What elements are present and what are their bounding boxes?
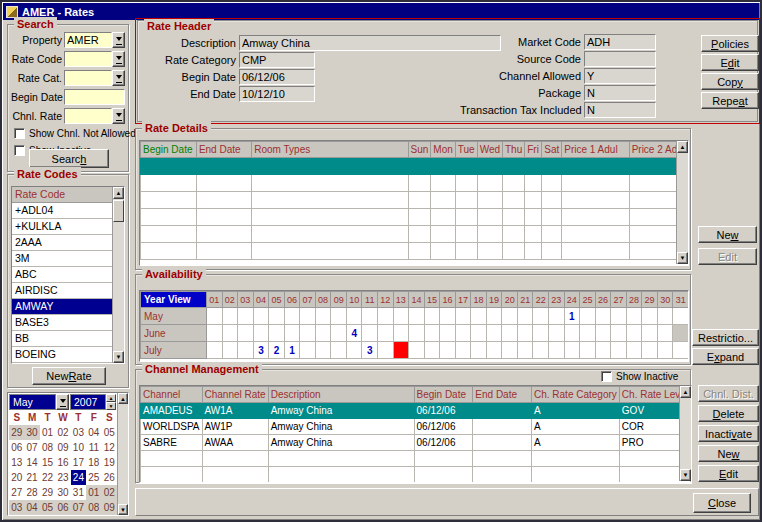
rate-details-cell[interactable] [141, 175, 197, 192]
calendar-day[interactable]: 30 [24, 425, 39, 440]
calendar-day[interactable]: 31 [71, 485, 86, 500]
calendar-day[interactable]: 20 [9, 470, 24, 485]
scroll-down-icon[interactable]: ▼ [113, 351, 124, 363]
availability-cell[interactable]: 2 [269, 342, 285, 359]
availability-cell[interactable] [626, 325, 642, 342]
availability-cell[interactable] [471, 325, 487, 342]
calendar-day[interactable]: 12 [102, 440, 117, 455]
availability-cell[interactable] [549, 342, 565, 359]
availability-day-header[interactable]: 22 [533, 292, 549, 308]
header-begin-date-field[interactable] [239, 69, 315, 85]
rate-details-cell[interactable] [542, 192, 562, 209]
channel-cell[interactable]: WORLDSPA [141, 419, 203, 435]
availability-cell[interactable] [424, 308, 440, 325]
availability-cell[interactable] [300, 342, 316, 359]
rate-details-cell[interactable] [141, 209, 197, 226]
availability-cell[interactable]: 3 [362, 342, 378, 359]
year-view-button[interactable]: Year View [141, 292, 207, 308]
availability-cell[interactable] [657, 308, 673, 325]
availability-cell[interactable] [564, 342, 580, 359]
rate-details-cell[interactable] [431, 243, 455, 260]
availability-day-header[interactable]: 24 [564, 292, 580, 308]
rate-details-cell[interactable] [141, 158, 197, 175]
channel-cell[interactable]: A [531, 403, 619, 419]
channel-column-header[interactable]: Ch. Rate Category [531, 387, 619, 403]
rate-details-cell[interactable] [503, 158, 525, 175]
scroll-up-icon[interactable]: ▲ [118, 393, 128, 404]
rate-details-cell[interactable] [477, 158, 502, 175]
channel-cell[interactable]: AMADEUS [141, 403, 203, 419]
rate-details-cell[interactable] [408, 158, 431, 175]
calendar-day[interactable]: 01 [40, 425, 55, 440]
spin-down-icon[interactable]: ▼ [106, 402, 116, 410]
rate-details-cell[interactable] [542, 158, 562, 175]
availability-cell[interactable] [222, 308, 238, 325]
rate-details-cell[interactable] [525, 226, 542, 243]
rate-details-cell[interactable] [455, 226, 477, 243]
delete-channel-button[interactable]: Delete [698, 405, 759, 422]
availability-day-header[interactable]: 29 [642, 292, 658, 308]
rate-details-cell[interactable] [408, 226, 431, 243]
rate-details-cell[interactable] [252, 226, 408, 243]
rate-details-cell[interactable] [408, 243, 431, 260]
availability-cell[interactable]: 4 [346, 325, 362, 342]
availability-cell[interactable] [378, 325, 394, 342]
rate-details-cell[interactable] [455, 243, 477, 260]
rate-cat-lov-button[interactable] [112, 70, 125, 86]
channel-cell[interactable]: AW1P [202, 419, 268, 435]
rate-details-cell[interactable] [252, 192, 408, 209]
calendar-day[interactable]: 03 [71, 425, 86, 440]
show-chnl-not-allowed-checkbox[interactable] [14, 128, 25, 139]
channel-cell[interactable] [473, 451, 532, 467]
channel-cell[interactable] [473, 419, 532, 435]
rate-details-column-header[interactable]: Fri [525, 142, 542, 158]
rate-details-cell[interactable] [455, 209, 477, 226]
availability-cell[interactable] [409, 342, 425, 359]
channel-cell[interactable]: Amway China [268, 435, 414, 451]
rate-details-cell[interactable] [562, 158, 629, 175]
availability-cell[interactable] [595, 325, 611, 342]
availability-day-header[interactable]: 11 [362, 292, 378, 308]
availability-cell[interactable] [455, 308, 471, 325]
availability-cell[interactable] [300, 308, 316, 325]
rate-details-cell[interactable] [503, 226, 525, 243]
calendar-year-input[interactable]: 2007 [70, 394, 106, 410]
calendar-day[interactable]: 04 [24, 500, 39, 515]
availability-cell[interactable] [440, 325, 456, 342]
channel-column-header[interactable]: Channel [141, 387, 203, 403]
rate-details-cell[interactable] [431, 192, 455, 209]
availability-cell[interactable] [580, 342, 596, 359]
availability-cell[interactable] [315, 342, 331, 359]
rate-details-cell[interactable] [408, 209, 431, 226]
availability-cell[interactable] [409, 308, 425, 325]
availability-cell[interactable] [549, 308, 565, 325]
availability-cell[interactable] [269, 325, 285, 342]
availability-cell[interactable] [253, 308, 269, 325]
availability-day-header[interactable]: 20 [502, 292, 518, 308]
rate-details-cell[interactable] [562, 243, 629, 260]
rate-code-column-header[interactable]: Rate Code [12, 187, 112, 203]
channel-column-header[interactable]: Description [268, 387, 414, 403]
rate-details-column-header[interactable]: Wed [477, 142, 502, 158]
availability-cell[interactable] [378, 342, 394, 359]
transaction-tax-included-field[interactable] [584, 102, 656, 118]
rate-details-cell[interactable] [562, 192, 629, 209]
calendar-day[interactable]: 11 [86, 440, 101, 455]
rate-details-cell[interactable] [562, 209, 629, 226]
availability-day-header[interactable]: 15 [424, 292, 440, 308]
availability-cell[interactable] [284, 325, 300, 342]
rate-details-cell[interactable] [562, 226, 629, 243]
availability-cell[interactable] [315, 325, 331, 342]
availability-cell[interactable] [533, 308, 549, 325]
chnl-rate-lov-button[interactable] [112, 108, 125, 124]
channel-cell[interactable]: Amway China [268, 403, 414, 419]
availability-day-header[interactable]: 31 [673, 292, 689, 308]
calendar-day[interactable]: 14 [24, 455, 39, 470]
availability-cell[interactable] [673, 342, 689, 359]
channel-cell[interactable] [473, 403, 532, 419]
rate-details-cell[interactable] [141, 192, 197, 209]
rate-details-cell[interactable] [503, 192, 525, 209]
restrictions-button[interactable]: Restrictio... [692, 329, 759, 346]
availability-cell[interactable] [595, 342, 611, 359]
rate-details-column-header[interactable]: Begin Date [141, 142, 197, 158]
